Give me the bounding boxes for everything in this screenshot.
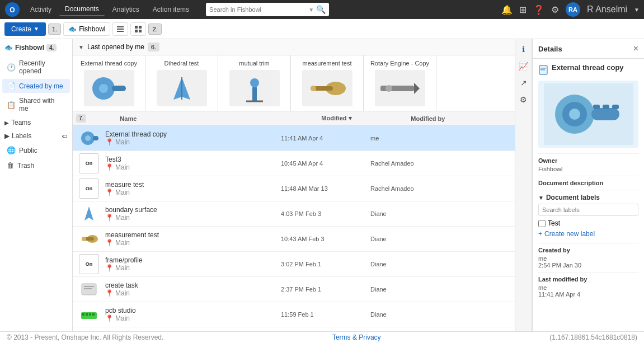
row-icon-6 — [76, 277, 102, 302]
table-row[interactable]: External thread copy 📍 Main 11:41 AM Apr… — [73, 126, 515, 151]
share-tab-icon[interactable]: ↗ — [518, 76, 529, 90]
teams-arrow-icon: ▶ — [4, 120, 9, 126]
public-label: Public — [19, 147, 37, 154]
thumbnail-label-4: Rotary Engine - Copy — [370, 60, 429, 67]
sidebar-item-teams[interactable]: ▶ Teams — [0, 116, 72, 129]
notifications-icon[interactable]: 🔔 — [501, 4, 513, 15]
row-icon-3 — [76, 201, 102, 226]
table-row[interactable]: measurement test 📍 Main 10:43 AM Feb 3 D… — [73, 227, 515, 252]
sidebar-badge: 4. — [46, 44, 57, 51]
row-modified-5: 3:02 PM Feb 1 — [278, 259, 367, 270]
table-header-row: 7. Name Modified ▾ Modified by — [73, 111, 515, 126]
sidebar-item-labels[interactable]: ▶ Labels 🏷 — [0, 129, 72, 143]
row-icon-4 — [76, 227, 102, 251]
settings-tab-icon[interactable]: ⚙ — [518, 93, 529, 106]
chart-tab-icon[interactable]: 📈 — [516, 59, 530, 73]
thumbnail-dihedral-test[interactable]: Dihedral test — [145, 55, 218, 111]
table-row[interactable]: create task 📍 Main 2:37 PM Feb 1 Diane — [73, 277, 515, 302]
settings-icon[interactable]: ⚙ — [551, 4, 559, 15]
search-labels-input[interactable] — [538, 204, 638, 216]
main-layout: 🐟 Fishbowl 4. 🕐 Recently opened 📄 Create… — [0, 39, 644, 331]
list-view-button[interactable] — [112, 22, 128, 36]
user-name[interactable]: R Anselmi — [587, 4, 627, 15]
svg-rect-45 — [612, 105, 619, 109]
table-row[interactable]: boundary surface 📍 Main 4:03 PM Feb 3 Di… — [73, 201, 515, 227]
column-modified-by[interactable]: Modified by — [406, 112, 508, 125]
label-checkbox-test[interactable] — [538, 220, 546, 227]
sidebar-item-public[interactable]: 🌐 Public — [2, 143, 70, 157]
row-name-col-7: pcb studio 📍 Main — [102, 304, 278, 325]
footer-copyright: © 2013 - Present, Onshape Inc. All Right… — [7, 333, 163, 341]
nav-action-items[interactable]: Action items — [147, 3, 195, 16]
table-row[interactable]: On frame/profile 📍 Main 3:02 PM Feb 1 Di… — [73, 252, 515, 277]
svg-rect-5 — [135, 26, 138, 29]
svg-rect-34 — [92, 313, 95, 316]
create-caret-icon: ▼ — [34, 26, 39, 32]
svg-marker-19 — [414, 83, 420, 94]
brand-name: Fishbowl — [79, 25, 105, 33]
row-name-col-5: frame/profile 📍 Main — [102, 254, 278, 274]
row-icon-0 — [76, 126, 102, 151]
pin-icon: 📍 — [105, 239, 114, 247]
details-doc-header: External thread copy — [538, 63, 638, 76]
owner-label: Owner — [538, 157, 638, 164]
nav-analytics[interactable]: Analytics — [107, 3, 145, 16]
sidebar-item-created-by-me[interactable]: 📄 Created by me — [2, 79, 70, 93]
nav-documents[interactable]: Documents — [59, 3, 105, 16]
sidebar-fish-icon: 🐟 — [4, 44, 13, 51]
avatar[interactable]: RA — [566, 2, 580, 17]
created-by-value: me — [538, 255, 638, 262]
thumbnail-measurement-test[interactable]: measurement test — [291, 55, 364, 111]
toolbar-badge-1[interactable]: 1. — [48, 24, 61, 35]
detail-view-button[interactable] — [130, 22, 146, 36]
svg-point-20 — [386, 85, 392, 92]
info-tab-icon[interactable]: ℹ — [520, 43, 527, 56]
footer-terms[interactable]: Terms & Privacy — [332, 333, 381, 341]
footer-version: (1.167.18861.54c1681c0818) — [549, 333, 637, 341]
pin-icon: 📍 — [105, 138, 114, 146]
sidebar-header[interactable]: 🐟 Fishbowl 4. — [0, 39, 72, 56]
details-close-button[interactable]: × — [633, 44, 638, 54]
sidebar-item-shared-with-me[interactable]: 📋 Shared with me — [2, 94, 70, 115]
details-doc-name: External thread copy — [552, 63, 624, 72]
nav-items: Activity Documents Analytics Action item… — [25, 3, 195, 16]
thumbnail-external-thread-copy[interactable]: External thread copy — [73, 55, 145, 111]
toolbar: Create ▼ 1. 🐟 Fishbowl 2. — [0, 19, 644, 39]
sidebar-item-trash[interactable]: 🗑 Trash — [2, 158, 70, 172]
row-name-7: pcb studio — [105, 307, 274, 314]
toolbar-brand[interactable]: 🐟 Fishbowl — [63, 22, 110, 36]
user-dropdown-icon[interactable]: ▼ — [634, 7, 640, 13]
help-icon[interactable]: ❓ — [533, 4, 544, 15]
teams-label: Teams — [11, 119, 31, 126]
details-doc-icon — [538, 65, 548, 75]
row-modifiedby-4: Diane — [367, 233, 511, 245]
filter-label: Last opened by me — [87, 43, 144, 51]
nav-activity[interactable]: Activity — [25, 3, 57, 16]
apps-icon[interactable]: ⊞ — [519, 4, 527, 15]
doc-labels-header[interactable]: ▼ Document labels — [538, 194, 638, 201]
search-dropdown-icon[interactable]: ▼ — [308, 7, 314, 13]
doc-labels-arrow-icon: ▼ — [538, 195, 544, 201]
doc-labels-label: Document labels — [546, 194, 600, 201]
labels-add-icon[interactable]: 🏷 — [62, 133, 68, 139]
search-icon[interactable]: 🔍 — [316, 5, 326, 14]
row-name-3: boundary surface — [105, 206, 274, 214]
thumbnail-mutual-trim[interactable]: mutual trim — [218, 55, 291, 111]
thumbnail-img-0 — [84, 70, 134, 106]
table-row[interactable]: On measure test 📍 Main 11:48 AM Mar 13 R… — [73, 176, 515, 201]
created-by-label: Created by — [538, 247, 638, 253]
thumbnail-label-2: mutual trim — [239, 60, 269, 67]
row-sub-0: 📍 Main — [105, 138, 274, 146]
column-name[interactable]: Name — [115, 112, 317, 125]
thumbnail-rotary-engine[interactable]: Rotary Engine - Copy — [364, 55, 436, 111]
table-row[interactable]: On Test3 📍 Main 10:45 AM Apr 4 Rachel Am… — [73, 151, 515, 176]
column-modified[interactable]: Modified ▾ — [317, 111, 406, 125]
search-input[interactable] — [209, 6, 306, 13]
svg-rect-2 — [117, 26, 124, 27]
sidebar-item-recently-opened[interactable]: 🕐 Recently opened — [2, 57, 70, 78]
create-new-label-button[interactable]: + Create new label — [538, 228, 638, 239]
create-button[interactable]: Create ▼ — [4, 22, 46, 36]
details-thumbnail — [538, 81, 638, 148]
row-name-col-4: measurement test 📍 Main — [102, 229, 278, 249]
table-row[interactable]: pcb studio 📍 Main 11:59 Feb 1 Diane — [73, 302, 515, 327]
